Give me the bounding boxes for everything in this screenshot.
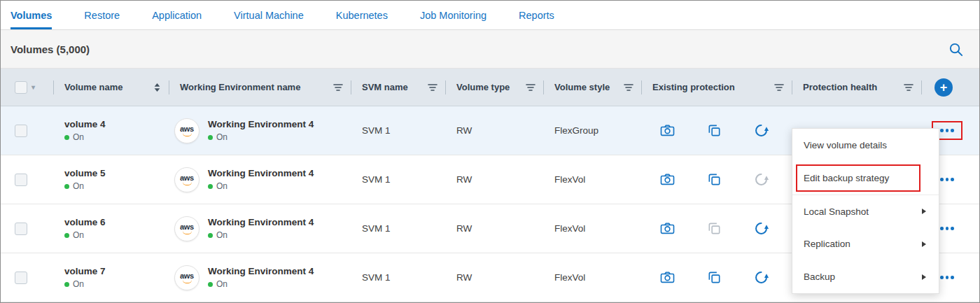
status-dot: [208, 135, 213, 140]
section-header: Volumes (5,000): [1, 30, 979, 69]
svm-name-cell: SVM 1: [351, 253, 446, 302]
row-actions-button[interactable]: [937, 272, 957, 283]
volume-state: On: [73, 279, 84, 289]
clone-copy-icon: [706, 171, 722, 188]
filter-icon[interactable]: [526, 83, 536, 92]
snapshot-camera-icon: [659, 269, 676, 286]
volume-type-cell: RW: [446, 106, 544, 155]
filter-icon[interactable]: [624, 83, 634, 92]
snapshot-camera-icon: [659, 171, 676, 188]
status-dot: [64, 135, 69, 140]
context-menu: View volume details Edit backup strategy…: [792, 128, 939, 294]
volume-name: volume 5: [64, 168, 106, 178]
status-dot: [208, 282, 213, 287]
restore-arrow-icon: [753, 220, 769, 237]
volume-name: volume 7: [64, 266, 106, 276]
snapshot-camera-icon: [659, 122, 676, 139]
table-header: ▾ Volume name Working Environment name S…: [1, 69, 979, 106]
working-environment-name: Working Environment 4: [208, 217, 314, 227]
clone-copy-icon: [706, 269, 722, 286]
column-header-working-environment[interactable]: Working Environment name: [169, 69, 351, 106]
top-navigation: Volumes Restore Application Virtual Mach…: [1, 1, 979, 30]
add-column-button[interactable]: +: [934, 78, 953, 97]
search-icon[interactable]: [948, 41, 964, 57]
working-environment-name: Working Environment 4: [208, 266, 314, 276]
working-environment-name: Working Environment 4: [208, 168, 314, 178]
clone-copy-icon: [706, 220, 722, 237]
working-environment-state: On: [216, 279, 227, 289]
svm-name-cell: SVM 1: [351, 155, 446, 204]
status-dot: [64, 233, 69, 238]
row-checkbox[interactable]: [15, 272, 27, 284]
volume-name: volume 6: [64, 217, 106, 227]
column-header-existing-protection[interactable]: Existing protection: [642, 69, 792, 106]
nav-tab-reports[interactable]: Reports: [519, 1, 554, 29]
nav-tab-virtual-machine[interactable]: Virtual Machine: [234, 1, 304, 29]
column-header-protection-health[interactable]: Protection health: [792, 69, 922, 106]
nav-tab-restore[interactable]: Restore: [84, 1, 120, 29]
status-dot: [208, 184, 213, 189]
chevron-down-icon[interactable]: ▾: [31, 83, 35, 91]
aws-icon: aws: [174, 118, 200, 143]
filter-icon[interactable]: [904, 83, 913, 92]
clone-copy-icon: [706, 122, 722, 139]
row-actions-button[interactable]: [937, 125, 957, 136]
volume-style-cell: FlexVol: [544, 204, 642, 253]
status-dot: [208, 233, 213, 238]
filter-icon[interactable]: [428, 83, 438, 92]
sort-icon[interactable]: [153, 83, 161, 92]
aws-icon: aws: [174, 265, 200, 290]
working-environment-state: On: [216, 230, 227, 240]
restore-arrow-icon: [753, 269, 769, 286]
filter-icon[interactable]: [774, 83, 784, 92]
submenu-arrow-icon: [922, 274, 926, 280]
row-checkbox[interactable]: [15, 223, 27, 235]
nav-tab-application[interactable]: Application: [152, 1, 202, 29]
context-menu-item-edit-backup-strategy[interactable]: Edit backup strategy: [792, 162, 939, 195]
working-environment-state: On: [216, 132, 227, 142]
context-menu-item-backup[interactable]: Backup: [792, 260, 939, 293]
filter-icon[interactable]: [333, 83, 343, 92]
volume-type-cell: RW: [446, 253, 544, 302]
working-environment-state: On: [216, 181, 227, 191]
column-header-volume-name[interactable]: Volume name: [54, 69, 169, 106]
submenu-arrow-icon: [922, 241, 926, 247]
row-actions-annotation: [937, 272, 957, 283]
row-checkbox[interactable]: [15, 174, 27, 186]
column-header-svm-name[interactable]: SVM name: [351, 69, 446, 106]
row-actions-button[interactable]: [937, 223, 957, 234]
column-header-volume-type[interactable]: Volume type: [446, 69, 544, 106]
row-checkbox[interactable]: [15, 125, 27, 137]
context-menu-item-replication[interactable]: Replication: [792, 227, 939, 260]
submenu-arrow-icon: [922, 209, 926, 214]
working-environment-name: Working Environment 4: [208, 119, 314, 129]
snapshot-camera-icon: [659, 220, 676, 237]
aws-icon: aws: [174, 167, 200, 192]
svm-name-cell: SVM 1: [351, 204, 446, 253]
svm-name-cell: SVM 1: [351, 106, 446, 155]
row-actions-annotation: [937, 223, 957, 234]
nav-tab-job-monitoring[interactable]: Job Monitoring: [420, 1, 486, 29]
volume-style-cell: FlexGroup: [544, 106, 642, 155]
volume-type-cell: RW: [446, 204, 544, 253]
row-actions-annotation: [937, 174, 957, 185]
context-menu-item-view-volume-details[interactable]: View volume details: [792, 129, 939, 162]
context-menu-item-local-snapshot[interactable]: Local Snapshot: [792, 195, 939, 227]
restore-arrow-icon: [753, 171, 769, 188]
volume-state: On: [73, 132, 84, 142]
volume-name: volume 4: [64, 119, 106, 129]
volume-type-cell: RW: [446, 155, 544, 204]
volume-style-cell: FlexVol: [544, 155, 642, 204]
nav-tab-volumes[interactable]: Volumes: [10, 1, 52, 29]
row-actions-button[interactable]: [937, 174, 957, 185]
column-header-volume-style[interactable]: Volume style: [544, 69, 642, 106]
page-title: Volumes (5,000): [10, 43, 90, 55]
aws-icon: aws: [174, 216, 200, 241]
status-dot: [64, 184, 69, 189]
status-dot: [64, 282, 69, 287]
nav-tab-kubernetes[interactable]: Kubernetes: [336, 1, 388, 29]
row-actions-annotation: [937, 125, 957, 136]
volume-style-cell: FlexVol: [544, 253, 642, 302]
restore-arrow-icon: [753, 122, 769, 139]
select-all-checkbox[interactable]: [15, 81, 27, 94]
